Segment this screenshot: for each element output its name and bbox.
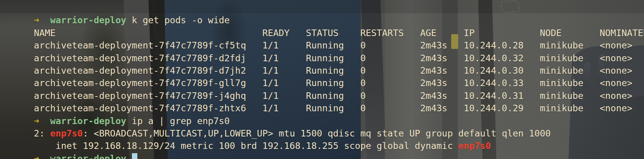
col-header-ip: IP [464, 27, 540, 39]
pod-age: 2m43s [420, 64, 464, 77]
col-header-name: NAME [34, 27, 262, 39]
pod-ready: 1/1 [262, 52, 306, 64]
pod-node: minikube [540, 77, 600, 89]
pod-status: Running [306, 102, 360, 114]
pod-nominated-node: <none> [600, 90, 632, 102]
pod-restarts: 0 [360, 52, 420, 64]
pod-status: Running [306, 39, 360, 52]
ip-line-flags: : <BROADCAST,MULTICAST,UP,LOWER_UP> mtu … [83, 127, 551, 140]
ip-line-prefix: 2: [34, 127, 50, 140]
grep-match-interface: enp7s0 [50, 127, 83, 140]
col-header-ready: READY [262, 27, 306, 39]
inet-line-text: inet 192.168.18.129/24 metric 100 brd 19… [34, 140, 458, 152]
pod-node: minikube [540, 52, 600, 64]
pod-ip: 10.244.0.32 [464, 52, 540, 64]
prompt-cwd: warrior-deploy [50, 14, 126, 26]
pod-nominated-node: <none> [600, 52, 632, 64]
pod-age: 2m43s [420, 90, 464, 102]
pod-age: 2m43s [420, 77, 464, 89]
prompt-cwd: warrior-deploy [50, 115, 126, 127]
pod-name: archiveteam-deployment-7f47c7789f-j4ghq [34, 90, 262, 102]
pod-ready: 1/1 [262, 102, 306, 114]
prompt-arrow-icon: ➜ [34, 14, 50, 26]
col-header-nominated-node: NOMINATED NODE [600, 27, 644, 39]
pod-name: archiveteam-deployment-7f47c7789f-zhtx6 [34, 102, 262, 114]
pod-node: minikube [540, 90, 600, 102]
prompt-line-1: ➜warrior-deployk get pods -o wide [1, 2, 644, 14]
pod-name: archiveteam-deployment-7f47c7789f-d2fdj [34, 52, 262, 64]
pod-age: 2m43s [420, 52, 464, 64]
pod-nominated-node: <none> [600, 77, 632, 89]
pod-restarts: 0 [360, 39, 420, 52]
pod-ip: 10.244.0.30 [464, 64, 540, 77]
pod-ip: 10.244.0.33 [464, 77, 540, 89]
col-header-restarts: RESTARTS [360, 27, 420, 39]
pod-status: Running [306, 77, 360, 89]
col-header-status: STATUS [306, 27, 360, 39]
pod-restarts: 0 [360, 77, 420, 89]
pod-nominated-node: <none> [600, 64, 632, 77]
pod-name: archiveteam-deployment-7f47c7789f-cf5tq [34, 39, 262, 52]
pod-restarts: 0 [360, 102, 420, 114]
pod-nominated-node: <none> [600, 39, 632, 52]
pod-ready: 1/1 [262, 77, 306, 89]
pod-ready: 1/1 [262, 90, 306, 102]
prompt-arrow-icon: ➜ [34, 152, 50, 159]
pod-ip: 10.244.0.29 [464, 102, 540, 114]
col-header-node: NODE [540, 27, 600, 39]
pod-node: minikube [540, 64, 600, 77]
pod-name: archiveteam-deployment-7f47c7789f-gll7g [34, 77, 262, 89]
pod-name: archiveteam-deployment-7f47c7789f-d7jh2 [34, 64, 262, 77]
grep-match-interface: enp7s0 [458, 140, 491, 152]
prompt-cwd: warrior-deploy [50, 152, 126, 159]
command-ip-grep: ip a | grep enp7s0 [132, 115, 230, 127]
pod-status: Running [306, 90, 360, 102]
pod-ready: 1/1 [262, 39, 306, 52]
pod-status: Running [306, 64, 360, 77]
command-get-pods: k get pods -o wide [132, 14, 230, 26]
terminal-window[interactable]: ➜warrior-deployk get pods -o wide NAMERE… [0, 0, 644, 159]
col-header-age: AGE [420, 27, 464, 39]
pod-node: minikube [540, 102, 600, 114]
pod-ready: 1/1 [262, 64, 306, 77]
pod-nominated-node: <none> [600, 102, 632, 114]
pod-status: Running [306, 52, 360, 64]
pod-age: 2m43s [420, 102, 464, 114]
pod-ip: 10.244.0.28 [464, 39, 540, 52]
pod-restarts: 0 [360, 64, 420, 77]
prompt-arrow-icon: ➜ [34, 115, 50, 127]
pod-node: minikube [540, 39, 600, 52]
pod-restarts: 0 [360, 90, 420, 102]
terminal-cursor[interactable] [132, 153, 137, 159]
pod-age: 2m43s [420, 39, 464, 52]
pod-ip: 10.244.0.31 [464, 90, 540, 102]
terminal-output: ➜warrior-deployk get pods -o wide NAMERE… [0, 0, 644, 159]
